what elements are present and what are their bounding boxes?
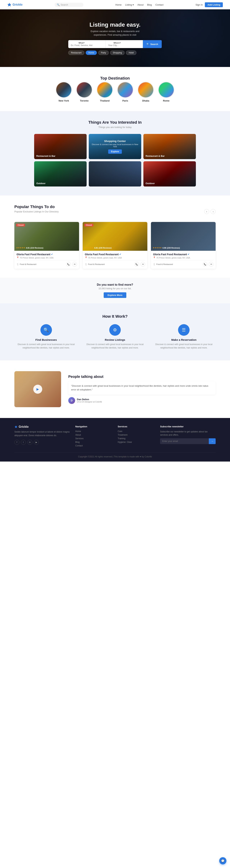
facebook-icon[interactable]: f (14, 440, 20, 445)
listing-name-1: Gloria Fast Food Restaurant ✔ (16, 253, 77, 256)
tag-party[interactable]: Party (98, 51, 109, 55)
nav-contact[interactable]: Contact (155, 3, 163, 6)
explore-button[interactable]: Explore (108, 149, 122, 154)
nav-listing[interactable]: Listing ▾ (125, 3, 134, 6)
interested-subtitle: Things you are looking for today (14, 126, 216, 128)
listing-stars-3: ★★★★★ 4.96 (230 Reviews) (153, 247, 180, 249)
search-icon: 🔍 (43, 328, 49, 333)
phone-button-3[interactable]: 📞 (203, 262, 207, 267)
play-button[interactable]: ▶ (14, 371, 61, 407)
footer-link-about[interactable]: About (75, 434, 112, 436)
listing-body-2: Gloria Fast Food Restaurant ✔ 📍 75 Princ… (83, 251, 147, 269)
listing-footer-1: 🍴 Food & Restaurant 📞 ✉ (16, 260, 77, 267)
how-grid: 🔍 Find Businesses Discover & connect wit… (14, 324, 216, 349)
listing-address-3: 📍 75 Prince Street, green-road, NY, USA (153, 256, 214, 259)
interested-title: Things Are You Interested In (14, 120, 216, 125)
footer-services-title: Services (118, 425, 155, 428)
footer-nav-links: Home About Services Blog Contact (75, 430, 112, 447)
listing-stars-2: ★★★★★ 4.81 (230 Reviews) (84, 247, 112, 249)
newsletter-submit[interactable]: → (209, 438, 216, 444)
interest-card-restaurant2[interactable]: Restaurant & Bar (143, 134, 196, 159)
youtube-icon[interactable]: ▶ (34, 440, 39, 445)
newsletter-input[interactable] (160, 438, 209, 444)
prev-arrow[interactable]: ‹ (204, 209, 209, 214)
author-avatar: D (68, 397, 75, 404)
search-icon: 🔍 (147, 43, 149, 45)
footer-brand: Gricklo (14, 425, 70, 428)
rating-1: 4.81 (210 Reviews) (26, 247, 43, 249)
author-info: Dan Delion UI & UX Designer at Colorlib (77, 398, 102, 403)
listing-address-2: 📍 75 Prince Street, green-road, NY, USA (85, 256, 145, 259)
phone-button-2[interactable]: 📞 (135, 262, 139, 267)
where-input[interactable] (108, 44, 126, 46)
testimonial-content: People talking about "Discover & connect… (68, 375, 216, 404)
verified-icon-2: ✔ (119, 253, 121, 256)
toronto-img (77, 82, 92, 97)
tag-home[interactable]: Home (86, 51, 97, 55)
add-listing-button[interactable]: Add Listing (205, 2, 223, 7)
footer-link-home[interactable]: Home (75, 430, 112, 433)
linkedin-icon[interactable]: in (27, 440, 32, 445)
email-button-1[interactable]: ✉ (72, 262, 77, 267)
listing-footer-3: 🍴 Food & Restaurant 📞 ✉ (153, 260, 214, 267)
featured-subtitle: Discover & connect two-way local busines… (92, 143, 138, 148)
email-button-3[interactable]: ✉ (209, 262, 214, 267)
interest-card-outdoor2[interactable]: Outdoor (143, 161, 196, 186)
interest-card-outdoor1[interactable]: Outdoor (34, 161, 87, 186)
footer-desc: Seddo laborum tempor invidunt ut labore … (14, 430, 70, 437)
where-label: Where? (108, 42, 126, 44)
rome-label: Rome (163, 99, 169, 102)
footer-service-care[interactable]: Care (118, 430, 155, 433)
review-icon-wrap: ⚙ (109, 324, 121, 336)
signin-button[interactable]: Sign In (195, 3, 203, 6)
footer: Gricklo Seddo laborum tempor invidunt ut… (0, 418, 230, 462)
interest-card-shopping[interactable]: Shopping Center Discover & connect two-w… (89, 134, 141, 159)
featured-title: Shopping Center (104, 140, 126, 143)
nav-about[interactable]: About (138, 3, 144, 6)
footer-service-training[interactable]: Training (118, 437, 155, 440)
footer-brand-col: Gricklo Seddo laborum tempor invidunt ut… (14, 425, 70, 447)
tag-hotel[interactable]: Hotel (126, 51, 137, 55)
tag-restaurant[interactable]: Restaurant (68, 51, 84, 55)
navbar-search[interactable]: 🔍 Search (54, 3, 83, 7)
search-icon: 🔍 (57, 3, 60, 6)
nav-blog[interactable]: Blog (147, 3, 152, 6)
phone-button-1[interactable]: 📞 (66, 262, 71, 267)
listing-category-1: 🍴 Food & Restaurant (16, 263, 36, 266)
destination-paris[interactable]: Paris (117, 82, 133, 102)
next-arrow[interactable]: › (210, 209, 216, 214)
twitter-icon[interactable]: t (21, 440, 26, 445)
hero-tags: Restaurant Home Party Shopping Hotel (68, 51, 162, 55)
footer-service-hygiene[interactable]: Hygiene: Clear (118, 441, 155, 443)
listing-img-1: Closed ★★★★★ 4.81 (210 Reviews) (14, 222, 79, 251)
interest-card-middle2[interactable] (89, 161, 141, 186)
what-input[interactable] (71, 44, 92, 46)
footer-service-treatment[interactable]: Treatment (118, 434, 155, 436)
testimonial-title: People talking about (68, 375, 216, 379)
destinations-list: New York Toronto Thailand Paris Dhaka Ro… (14, 82, 216, 102)
email-button-2[interactable]: ✉ (141, 262, 145, 267)
brand-logo[interactable]: Gricklo (7, 2, 23, 7)
find-more-title: Do you want to find more? (5, 283, 225, 286)
hero-where-field[interactable]: Where? (106, 40, 143, 48)
footer-link-blog[interactable]: Blog (75, 441, 112, 443)
listing-actions-2: 📞 ✉ (135, 262, 145, 267)
explore-more-button[interactable]: Explore More (104, 292, 126, 298)
footer-link-services[interactable]: Services (75, 437, 112, 440)
footer-link-contact[interactable]: Contact (75, 444, 112, 447)
svg-marker-0 (7, 3, 11, 6)
destination-newyork[interactable]: New York (56, 82, 72, 102)
destination-toronto[interactable]: Toronto (76, 82, 92, 102)
hero-what-field[interactable]: What? (68, 40, 106, 48)
navbar-links: Home Listing ▾ About Blog Contact (115, 3, 163, 6)
newyork-img (56, 82, 71, 97)
tag-shopping[interactable]: Shopping (110, 51, 125, 55)
interest-card-restaurant1[interactable]: Restaurant & Bar (34, 134, 87, 159)
listing-card-2: Closed ★★★★★ 4.81 (230 Reviews) Gloria F… (83, 222, 147, 269)
hero-search-button[interactable]: 🔍 Search (143, 40, 162, 48)
dhaka-label: Dhaka (142, 99, 149, 102)
nav-home[interactable]: Home (115, 3, 122, 6)
destination-rome[interactable]: Rome (158, 82, 174, 102)
destination-dhaka[interactable]: Dhaka (138, 82, 154, 102)
destination-thailand[interactable]: Thailand (97, 82, 113, 102)
